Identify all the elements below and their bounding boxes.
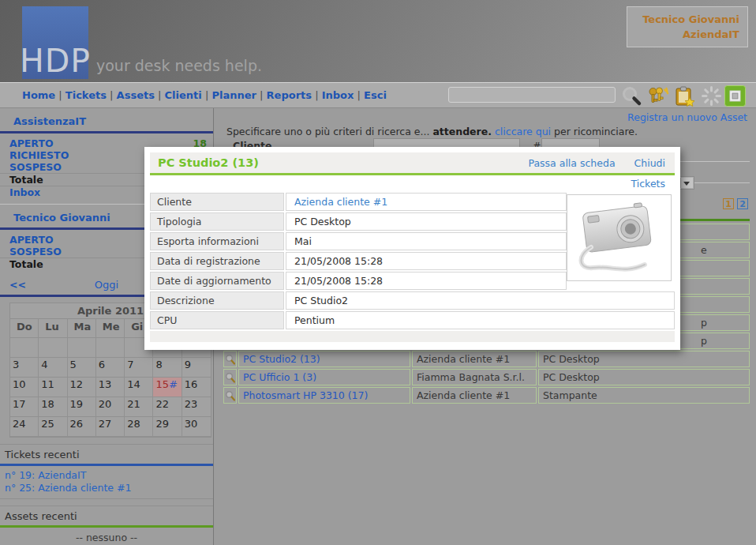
stat-label-inbox[interactable]: Inbox <box>9 186 40 198</box>
calendar-day-cell[interactable]: 29 <box>153 417 182 437</box>
result-row: PC Studio2 (13)Azienda cliente #1PC Desk… <box>223 351 750 367</box>
tagline: your desk needs help. <box>96 57 262 74</box>
recent-ticket-link[interactable]: n° 19: AziendaIT <box>0 469 213 482</box>
stat-label-richiesto[interactable]: RICHIESTO <box>9 149 69 161</box>
calendar-day-cell[interactable]: 9 <box>182 358 211 378</box>
search-criteria-text: Specificare uno o più criteri di ricerca… <box>226 126 638 137</box>
calendar-day-link[interactable]: # <box>169 378 178 390</box>
field-value: Pentium <box>286 311 675 329</box>
keys-icon[interactable] <box>646 85 668 107</box>
camera-photo <box>567 195 671 280</box>
calendar-day-cell[interactable]: 20 <box>96 397 125 417</box>
calendar-day-cell[interactable]: 19 <box>68 397 96 417</box>
calendar-day-cell[interactable]: 17 <box>10 397 39 417</box>
nav-item-reports[interactable]: Reports <box>267 89 312 101</box>
spinner-icon[interactable] <box>701 85 723 107</box>
view-asset-button[interactable] <box>223 387 237 404</box>
client-link[interactable]: Azienda cliente #1 <box>294 196 387 208</box>
calendar-day-cell[interactable] <box>39 338 67 358</box>
calendar-day-cell[interactable]: 16 <box>182 378 211 397</box>
calendar-day-cell[interactable]: 14 <box>125 378 153 397</box>
calendar-highlighted-day: 15 <box>155 378 169 390</box>
calendar-day-cell[interactable]: 5 <box>68 358 96 378</box>
calendar-day-cell[interactable]: 13 <box>96 378 125 397</box>
calendar-day-cell[interactable]: 6 <box>96 358 125 378</box>
calendar-day-cell[interactable] <box>96 338 125 358</box>
recent-assets-title: Assets recenti <box>0 506 213 528</box>
stat-label-sospeso[interactable]: SOSPESO <box>9 161 62 173</box>
field-label: Descrizione <box>150 291 284 310</box>
row-name-cell: PC Studio2 (13) <box>238 351 410 367</box>
calendar-day-cell[interactable]: 24 <box>10 417 39 437</box>
asset-detail-dialog: PC Studio2 (13) Passa alla scheda Chiudi… <box>144 147 680 350</box>
field-label: Tipologia <box>150 212 284 231</box>
nav-separator: | <box>107 89 117 101</box>
calendar-day-cell[interactable]: 26 <box>68 417 96 437</box>
search-icon[interactable] <box>621 85 643 107</box>
calendar-day-cell[interactable]: 25 <box>39 417 67 437</box>
calendar-day-cell[interactable]: 15# <box>153 378 182 397</box>
stat-label-aperto[interactable]: APERTO <box>9 137 54 149</box>
view-asset-button[interactable] <box>223 369 237 385</box>
calendar-day-header: Do <box>10 319 39 338</box>
register-asset-link[interactable]: Registra un nuovo Asset <box>627 111 747 123</box>
page-button-1[interactable]: 1 <box>723 198 734 209</box>
nav-item-planner[interactable]: Planner <box>211 89 256 101</box>
restart-search-link[interactable]: cliccare qui <box>495 126 551 137</box>
nav-item-home[interactable]: Home <box>22 89 55 101</box>
calendar-day-cell[interactable]: 3 <box>10 358 39 378</box>
chevron-down-icon <box>683 182 690 186</box>
nav-item-assets[interactable]: Assets <box>117 89 155 101</box>
page-button-2[interactable]: 2 <box>737 198 748 209</box>
field-value: 21/05/2008 15:28 <box>286 272 567 290</box>
calendar-day-cell[interactable]: 21 <box>125 397 153 417</box>
nav-item-inbox[interactable]: Inbox <box>322 89 354 101</box>
calendar-day-cell[interactable] <box>10 338 39 358</box>
calendar-today-link[interactable]: Oggi <box>95 279 118 291</box>
calendar-day-cell[interactable]: 11 <box>39 378 67 397</box>
magnifier-icon <box>225 372 235 383</box>
nav-separator: | <box>312 89 322 101</box>
calendar-day-cell[interactable]: 10 <box>10 378 39 397</box>
calendar-day-cell[interactable]: 4 <box>39 358 67 378</box>
nav-item-clienti[interactable]: Clienti <box>165 89 202 101</box>
field-label: Cliente <box>150 193 284 211</box>
nav-separator: | <box>202 89 212 101</box>
calendar-day-cell[interactable]: 23 <box>182 397 211 417</box>
calendar-prev-link[interactable]: << <box>9 277 26 293</box>
calendar-day-cell[interactable]: 8 <box>153 358 182 378</box>
calendar-day-cell[interactable]: 30 <box>182 417 211 437</box>
calendar-day-cell[interactable]: 27 <box>96 417 125 437</box>
calendar-day-cell[interactable]: 12 <box>68 378 96 397</box>
asset-link[interactable]: PC Ufficio 1 (3) <box>243 371 316 383</box>
nav-item-tickets[interactable]: Tickets <box>65 89 107 101</box>
dropdown-button[interactable] <box>680 178 693 188</box>
view-asset-button[interactable] <box>223 351 237 367</box>
stat-label-aperto[interactable]: APERTO <box>9 234 54 246</box>
search-input[interactable] <box>448 87 616 103</box>
green-panel-icon[interactable] <box>724 85 747 107</box>
asset-link[interactable]: Photosmart HP 3310 (17) <box>243 389 368 401</box>
clipboard-star-icon[interactable] <box>673 85 695 107</box>
recent-ticket-link[interactable]: n° 25: Azienda cliente #1 <box>0 482 213 494</box>
asset-link[interactable]: PC Studio2 (13) <box>243 353 320 365</box>
field-value: 21/05/2008 15:28 <box>286 252 567 270</box>
tickets-link[interactable]: Tickets <box>631 178 666 190</box>
calendar-day-cell[interactable]: 7 <box>125 358 153 378</box>
calendar-day-cell[interactable]: 18 <box>39 397 67 417</box>
recent-assets-empty: -- nessuno -- <box>0 528 213 543</box>
nav-separator: | <box>256 89 267 101</box>
nav-separator: | <box>155 89 165 101</box>
calendar-day-header: Ma <box>68 319 96 338</box>
field-value: Azienda cliente #1 <box>286 193 567 211</box>
result-row: PC Ufficio 1 (3)Fiamma Bagnata S.r.l.PC … <box>223 369 750 385</box>
calendar-day-cell[interactable]: 28 <box>125 417 153 437</box>
open-sheet-link[interactable]: Passa alla scheda <box>528 157 615 169</box>
sidebar-panel-assistenza-title[interactable]: AssistenzaIT <box>0 108 213 133</box>
user-company: AziendaIT <box>635 27 739 42</box>
calendar-day-cell[interactable]: 22 <box>153 397 182 417</box>
close-dialog-link[interactable]: Chiudi <box>634 157 665 169</box>
stat-label-sospeso[interactable]: SOSPESO <box>9 246 62 257</box>
nav-item-esci[interactable]: Esci <box>364 89 387 101</box>
calendar-day-cell[interactable] <box>68 338 96 358</box>
